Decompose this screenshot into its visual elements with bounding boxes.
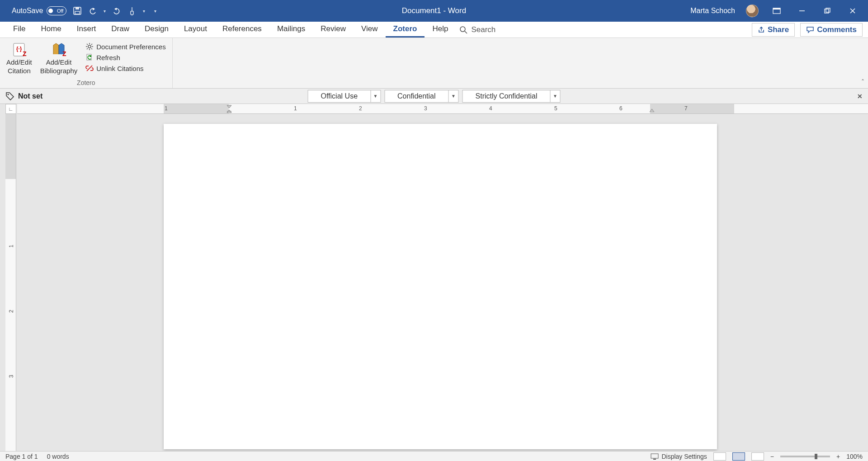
tab-mailings[interactable]: Mailings xyxy=(269,22,313,38)
print-layout-button[interactable] xyxy=(732,452,745,461)
classification-status[interactable]: Not set xyxy=(5,92,42,101)
undo-dropdown-icon[interactable]: ▾ xyxy=(104,9,106,14)
share-label: Share xyxy=(768,25,789,34)
tab-draw[interactable]: Draw xyxy=(104,22,137,38)
classification-strictly-confidential[interactable]: Strictly Confidential ▼ xyxy=(462,90,561,103)
share-button[interactable]: Share xyxy=(752,23,795,37)
zoom-slider[interactable] xyxy=(780,456,830,457)
web-layout-button[interactable] xyxy=(751,452,764,461)
biblio-label-1: Add/Edit xyxy=(46,59,72,66)
zoom-out-button[interactable]: − xyxy=(770,453,774,460)
ribbon-group-label: Zotero xyxy=(6,79,166,87)
svg-rect-20 xyxy=(227,111,231,113)
tab-home[interactable]: Home xyxy=(33,22,69,38)
comments-icon xyxy=(806,26,814,33)
tab-references[interactable]: References xyxy=(215,22,269,38)
tab-review[interactable]: Review xyxy=(313,22,354,38)
tab-design[interactable]: Design xyxy=(137,22,176,38)
tab-insert[interactable]: Insert xyxy=(69,22,104,38)
ruler-number: 4 xyxy=(489,105,492,112)
classification-option-label: Strictly Confidential xyxy=(463,92,550,100)
titlebar-right: Marta Schoch xyxy=(690,4,864,18)
status-bar: Page 1 of 1 0 words Display Settings − +… xyxy=(0,451,868,461)
classification-confidential[interactable]: Confidential ▼ xyxy=(384,90,459,103)
ribbon-group-zotero: {·}Z Add/Edit Citation Z Add/Edit Biblio… xyxy=(0,38,173,88)
refresh-label: Refresh xyxy=(96,54,120,61)
unlink-label: Unlink Citations xyxy=(96,65,143,72)
zoom-thumb[interactable] xyxy=(815,454,817,459)
svg-point-10 xyxy=(460,27,465,32)
ruler-number: 1 xyxy=(294,105,297,112)
ribbon-tabs: File Home Insert Draw Design Layout Refe… xyxy=(0,22,868,38)
zoom-level[interactable]: 100% xyxy=(846,453,863,460)
touch-mode-icon[interactable] xyxy=(127,6,137,15)
first-line-indent-marker[interactable] xyxy=(226,105,232,113)
undo-icon[interactable] xyxy=(88,6,97,15)
prefs-label: Document Preferences xyxy=(96,43,165,51)
right-indent-marker[interactable] xyxy=(649,108,655,112)
refresh-button[interactable]: Refresh xyxy=(85,53,165,61)
svg-point-19 xyxy=(8,94,9,95)
comments-button[interactable]: Comments xyxy=(800,23,863,37)
chevron-down-icon[interactable]: ▼ xyxy=(550,90,560,102)
classification-status-text: Not set xyxy=(18,92,42,100)
close-classification-icon[interactable]: ✕ xyxy=(857,93,863,100)
redo-icon[interactable] xyxy=(112,6,121,15)
quick-access-toolbar: AutoSave Off ▾ ▾ ▾ xyxy=(4,6,156,15)
display-settings-label: Display Settings xyxy=(661,453,707,460)
collapse-ribbon-icon[interactable]: ˄ xyxy=(861,78,864,85)
ruler-number: 6 xyxy=(619,105,623,112)
tab-layout[interactable]: Layout xyxy=(176,22,215,38)
share-icon xyxy=(758,26,765,33)
svg-rect-4 xyxy=(773,8,780,9)
read-mode-button[interactable] xyxy=(713,452,726,461)
tab-view[interactable]: View xyxy=(354,22,386,38)
user-name[interactable]: Marta Schoch xyxy=(690,7,735,15)
search-button[interactable]: Search xyxy=(459,25,495,34)
ruler-tab-selector[interactable]: ∟ xyxy=(5,104,16,114)
svg-text:Z: Z xyxy=(62,50,66,57)
ruler-number: 2 xyxy=(8,310,14,313)
biblio-label-2: Bibliography xyxy=(40,67,78,75)
zoom-in-button[interactable]: + xyxy=(836,453,840,460)
word-count[interactable]: 0 words xyxy=(47,453,69,460)
vertical-ruler[interactable]: 1 2 3 xyxy=(5,114,16,451)
ruler-number: 2 xyxy=(359,105,362,112)
tab-help[interactable]: Help xyxy=(425,22,456,38)
refresh-icon xyxy=(85,53,94,61)
tag-icon xyxy=(5,92,14,101)
document-page[interactable] xyxy=(164,124,717,449)
ruler-number: 1 xyxy=(8,245,14,248)
ribbon-display-icon[interactable] xyxy=(769,4,784,18)
autosave-switch[interactable]: Off xyxy=(47,6,66,15)
classification-official-use[interactable]: Official Use ▼ xyxy=(308,90,381,103)
chevron-down-icon[interactable]: ▼ xyxy=(370,90,380,102)
add-edit-bibliography-button[interactable]: Z Add/Edit Bibliography xyxy=(40,41,78,75)
ribbon: {·}Z Add/Edit Citation Z Add/Edit Biblio… xyxy=(0,38,868,89)
ruler-number: 3 xyxy=(8,375,14,378)
add-edit-citation-button[interactable]: {·}Z Add/Edit Citation xyxy=(6,41,32,75)
display-settings-button[interactable]: Display Settings xyxy=(651,453,707,460)
gear-icon xyxy=(85,42,94,51)
save-icon[interactable] xyxy=(73,6,82,15)
document-preferences-button[interactable]: Document Preferences xyxy=(85,42,165,51)
autosave-toggle[interactable]: AutoSave Off xyxy=(12,6,66,15)
close-icon[interactable] xyxy=(845,4,860,18)
chevron-down-icon[interactable]: ▼ xyxy=(448,90,458,102)
unlink-icon xyxy=(85,64,94,72)
horizontal-ruler[interactable]: 1 1 2 3 4 5 6 7 xyxy=(17,104,868,114)
svg-rect-1 xyxy=(75,7,79,9)
minimize-icon[interactable] xyxy=(795,4,809,18)
page-indicator[interactable]: Page 1 of 1 xyxy=(5,453,38,460)
document-title: Document1 - Word xyxy=(402,6,466,15)
svg-rect-21 xyxy=(651,454,658,458)
touch-dropdown-icon[interactable]: ▾ xyxy=(143,9,145,14)
search-label: Search xyxy=(471,25,495,34)
qat-customize-icon[interactable]: ▾ xyxy=(154,9,156,14)
tab-file[interactable]: File xyxy=(5,22,33,38)
unlink-citations-button[interactable]: Unlink Citations xyxy=(85,64,165,72)
user-avatar[interactable] xyxy=(746,5,759,17)
maximize-icon[interactable] xyxy=(820,4,835,18)
autosave-label: AutoSave xyxy=(12,7,43,15)
tab-zotero[interactable]: Zotero xyxy=(386,22,425,38)
